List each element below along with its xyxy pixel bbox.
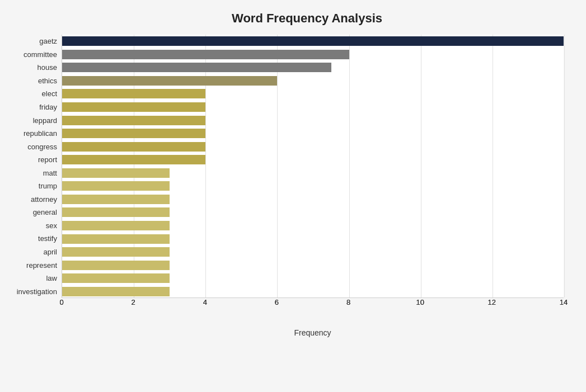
y-label: attorney xyxy=(6,193,62,206)
y-label: republican xyxy=(6,127,62,140)
x-tick: 14 xyxy=(560,298,568,306)
x-tick: 12 xyxy=(488,298,496,306)
bar xyxy=(62,142,205,152)
bar xyxy=(62,221,170,230)
bar-row xyxy=(62,193,564,206)
x-tick: 4 xyxy=(203,298,207,306)
y-label: general xyxy=(6,206,62,219)
x-tick: 10 xyxy=(416,298,424,306)
y-label: law xyxy=(6,272,62,285)
bar xyxy=(62,63,331,72)
y-label: represent xyxy=(6,258,62,272)
bar-row xyxy=(62,140,564,153)
bar-row xyxy=(62,35,564,48)
bar xyxy=(62,247,170,257)
bar xyxy=(62,261,170,270)
bar xyxy=(62,234,170,244)
bar-row xyxy=(62,258,564,272)
bar-row xyxy=(62,127,564,140)
y-label: sex xyxy=(6,219,62,233)
grid-line xyxy=(564,35,565,297)
bar xyxy=(62,168,170,178)
bar-row xyxy=(62,153,564,167)
bars-wrapper xyxy=(62,35,564,297)
y-label: ethics xyxy=(6,74,62,88)
y-label: matt xyxy=(6,166,62,180)
y-label: friday xyxy=(6,101,62,114)
bar-row xyxy=(62,180,564,193)
x-axis-ticks: 0246810121402468101214 xyxy=(62,298,564,315)
y-label: testify xyxy=(6,232,62,245)
bar xyxy=(62,89,205,98)
bar-row xyxy=(62,167,564,180)
x-axis-label: Frequency xyxy=(6,328,564,337)
bar xyxy=(62,102,205,112)
bar-row xyxy=(62,232,564,245)
y-label: elect xyxy=(6,87,62,101)
bar xyxy=(62,195,170,204)
bar-row xyxy=(62,87,564,101)
x-tick: 6 xyxy=(275,298,279,306)
y-label: investigation xyxy=(6,285,62,298)
bar xyxy=(62,36,564,46)
bar-row xyxy=(62,285,564,298)
bar-row xyxy=(62,272,564,285)
y-label: house xyxy=(6,61,62,74)
bar-row xyxy=(62,48,564,62)
x-tick: 2 xyxy=(132,298,135,306)
y-label: april xyxy=(6,245,62,259)
y-label: report xyxy=(6,153,62,167)
grid-and-bars: gaetzcommitteehouseethicselectfridaylepp… xyxy=(6,35,564,298)
x-tick: 8 xyxy=(346,298,350,306)
bar-row xyxy=(62,245,564,259)
grid-line xyxy=(564,35,565,297)
bar-row xyxy=(62,74,564,88)
chart-area: gaetzcommitteehouseethicselectfridaylepp… xyxy=(6,35,564,337)
y-label: leppard xyxy=(6,114,62,127)
chart-title: Word Frequency Analysis xyxy=(6,11,564,26)
bar xyxy=(62,207,170,217)
y-label: congress xyxy=(6,140,62,153)
bar-row xyxy=(62,101,564,114)
x-tick: 0 xyxy=(59,298,63,306)
bar xyxy=(62,273,170,283)
bar xyxy=(62,287,170,296)
y-label: gaetz xyxy=(6,35,62,48)
bar-row xyxy=(62,219,564,233)
chart-container: Word Frequency Analysis gaetzcommitteeho… xyxy=(0,0,586,392)
y-label: committee xyxy=(6,48,62,62)
bars-area xyxy=(62,35,564,298)
y-label: trump xyxy=(6,180,62,193)
bar xyxy=(62,76,277,86)
bar xyxy=(62,116,205,125)
bar xyxy=(62,155,205,164)
bar xyxy=(62,50,349,59)
bar-row xyxy=(62,114,564,127)
bar-row xyxy=(62,61,564,74)
bar xyxy=(62,181,170,191)
bar xyxy=(62,129,205,138)
y-labels: gaetzcommitteehouseethicselectfridaylepp… xyxy=(6,35,62,298)
bar-row xyxy=(62,206,564,219)
